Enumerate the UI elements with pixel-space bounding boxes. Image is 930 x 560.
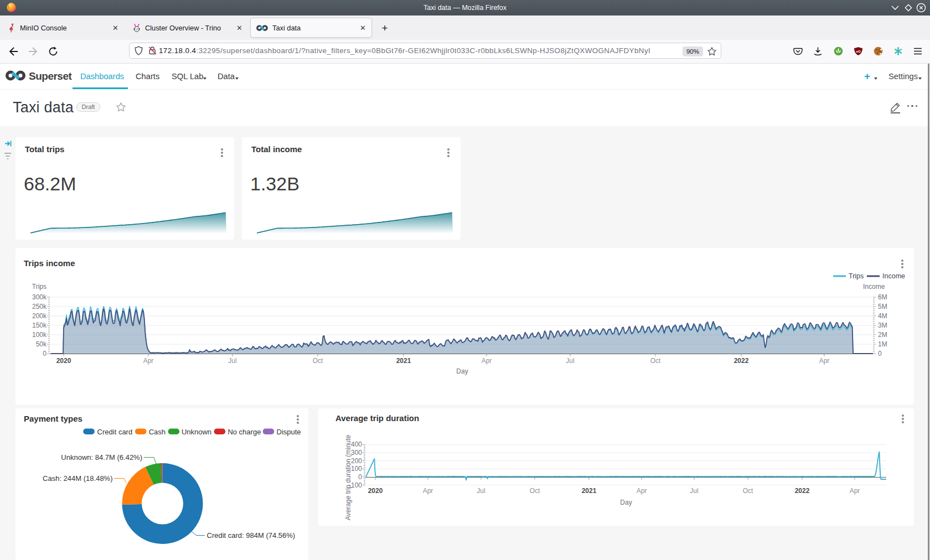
svg-text:2020: 2020: [368, 487, 383, 495]
svg-text:Jul: Jul: [690, 487, 698, 495]
svg-text:200: 200: [351, 457, 362, 465]
svg-text:Apr: Apr: [819, 357, 830, 365]
svg-text:250k: 250k: [32, 303, 47, 310]
svg-text:4M: 4M: [878, 312, 887, 320]
svg-text:100k: 100k: [32, 331, 47, 339]
svg-text:2021: 2021: [582, 487, 597, 495]
svg-text:Credit card: 984M (74.56%): Credit card: 984M (74.56%): [207, 531, 296, 540]
svg-text:Apr: Apr: [143, 357, 154, 365]
svg-text:Apr: Apr: [637, 487, 647, 495]
svg-text:Oct: Oct: [313, 357, 323, 365]
svg-text:Jul: Jul: [566, 357, 574, 365]
svg-text:300k: 300k: [32, 293, 47, 301]
svg-text:3M: 3M: [878, 322, 887, 329]
svg-text:6M: 6M: [878, 293, 887, 301]
svg-text:5M: 5M: [878, 303, 887, 310]
svg-text:2020: 2020: [56, 357, 71, 365]
svg-text:400: 400: [351, 440, 362, 448]
svg-text:2022: 2022: [795, 487, 810, 495]
svg-text:Oct: Oct: [650, 357, 661, 365]
svg-text:50k: 50k: [36, 340, 47, 348]
svg-text:Trips: Trips: [32, 283, 46, 291]
svg-text:Day: Day: [456, 367, 468, 375]
svg-text:uO: uO: [856, 50, 861, 53]
svg-text:Oct: Oct: [743, 487, 753, 495]
svg-text:Income: Income: [882, 272, 905, 280]
svg-text:2021: 2021: [396, 357, 411, 365]
svg-text:Income: Income: [863, 283, 885, 291]
svg-text:Apr: Apr: [482, 357, 492, 365]
svg-text:0: 0: [358, 473, 362, 481]
svg-text:Jul: Jul: [477, 487, 485, 495]
svg-text:2022: 2022: [734, 357, 749, 365]
svg-text:150k: 150k: [32, 322, 47, 329]
svg-text:200k: 200k: [32, 312, 47, 320]
svg-text:Apr: Apr: [850, 487, 860, 495]
svg-text:0: 0: [43, 350, 46, 357]
svg-text:Jul: Jul: [228, 357, 236, 365]
svg-text:1M: 1M: [878, 340, 887, 348]
svg-text:300: 300: [351, 449, 362, 457]
svg-text:Average trip duration (minute: Average trip duration (minute: [344, 434, 352, 520]
svg-text:100: 100: [351, 465, 362, 473]
svg-text:2M: 2M: [878, 331, 887, 339]
svg-text:Apr: Apr: [423, 487, 433, 495]
svg-text:Oct: Oct: [530, 487, 540, 495]
svg-text:Trips: Trips: [849, 272, 864, 280]
svg-text:0: 0: [878, 350, 882, 357]
svg-text:Day: Day: [620, 499, 632, 506]
